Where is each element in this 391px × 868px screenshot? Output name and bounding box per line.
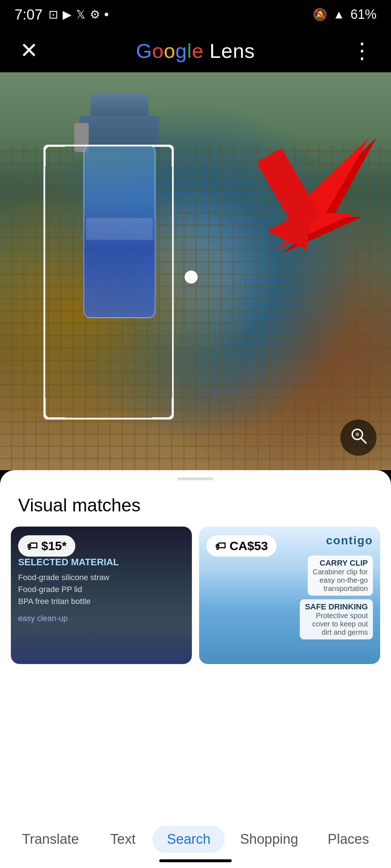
- matches-grid: SELECTED MATERIAL Food-grade silicone st…: [0, 527, 391, 664]
- sheet-handle: [177, 477, 214, 480]
- lens-search-icon: [349, 426, 367, 449]
- google-g2: g: [176, 39, 187, 62]
- lens-word: Lens: [203, 39, 255, 62]
- top-bar: ✕ Google Lens ⋮: [0, 29, 391, 72]
- match-card-1[interactable]: SELECTED MATERIAL Food-grade silicone st…: [11, 527, 192, 664]
- card1-ease: easy clean-up: [18, 613, 119, 624]
- card1-features: Food-grade silicone strawFood-grade PP l…: [18, 571, 119, 607]
- svg-rect-2: [256, 148, 321, 231]
- google-e: e: [192, 39, 203, 62]
- bottom-sheet: Visual matches SELECTED MATERIAL Food-gr…: [0, 470, 391, 868]
- close-button[interactable]: ✕: [14, 36, 43, 65]
- card2-features: CARRY CLIP Carabiner clip foreasy on-the…: [300, 556, 373, 639]
- close-icon: ✕: [20, 40, 38, 61]
- status-bar: 7:07 ⊡ ▶ 𝕏 ⚙ 🔕 ▲ 61%: [0, 0, 391, 29]
- price-tag-icon-2: 🏷: [215, 540, 226, 552]
- status-icons: ⊡ ▶ 𝕏 ⚙: [49, 8, 108, 21]
- card1-top-label: SELECTED MATERIAL: [18, 556, 119, 569]
- card1-description: SELECTED MATERIAL Food-grade silicone st…: [18, 556, 119, 624]
- nav-item-search[interactable]: Search: [152, 826, 225, 853]
- card1-price: $15*: [41, 539, 67, 553]
- nav-label-shopping: Shopping: [240, 831, 298, 847]
- nav-item-places[interactable]: Places: [313, 826, 383, 853]
- card2-feature2-title: SAFE DRINKING: [305, 602, 368, 612]
- more-vert-icon: ⋮: [351, 38, 373, 63]
- red-arrow-indicator: [224, 137, 377, 253]
- battery-level: 61%: [350, 7, 377, 22]
- status-time: 7:07: [14, 7, 43, 23]
- selection-corner-br: [152, 398, 174, 420]
- card2-feature1-desc: Carabiner clip foreasy on-the-gotranspor…: [313, 568, 368, 593]
- settings-icon: ⚙: [90, 8, 100, 21]
- price-tag-icon: 🏷: [27, 540, 38, 552]
- lens-search-button[interactable]: [340, 420, 377, 456]
- selection-box[interactable]: [43, 145, 174, 420]
- wifi-icon: ▲: [333, 8, 345, 21]
- card2-feature1-title: CARRY CLIP: [313, 558, 368, 568]
- home-indicator: [159, 859, 232, 862]
- google-o1: o: [152, 39, 164, 62]
- nav-item-shopping[interactable]: Shopping: [226, 826, 313, 853]
- selection-corner-tr: [152, 145, 174, 166]
- visual-matches-title: Visual matches: [0, 480, 391, 527]
- mute-icon: 🔕: [313, 8, 327, 21]
- card2-feature2-desc: Protective spoutcover to keep outdirt an…: [305, 612, 368, 637]
- camera-area[interactable]: [0, 72, 391, 470]
- svg-line-5: [361, 438, 366, 443]
- google-g: G: [136, 39, 152, 62]
- card2-price: CA$53: [230, 539, 268, 553]
- contigo-brand-logo: contigo: [326, 534, 373, 547]
- card1-price-tag: 🏷 $15*: [18, 535, 75, 557]
- card2-price-tag: 🏷 CA$53: [206, 535, 277, 557]
- google-l: l: [187, 39, 192, 62]
- app-title: Google Lens: [136, 39, 255, 63]
- nav-label-search: Search: [167, 831, 210, 847]
- selection-corner-bl: [43, 398, 65, 420]
- card2-feature1: CARRY CLIP Carabiner clip foreasy on-the…: [308, 556, 373, 596]
- nav-item-translate[interactable]: Translate: [8, 826, 93, 853]
- youtube-icon: ▶: [63, 8, 72, 21]
- status-left: 7:07 ⊡ ▶ 𝕏 ⚙: [14, 7, 108, 23]
- nav-label-translate: Translate: [22, 831, 79, 847]
- selection-corner-tl: [43, 145, 65, 166]
- selection-handle-dot[interactable]: [185, 271, 198, 284]
- nav-item-text[interactable]: Text: [94, 826, 152, 853]
- twitter-icon: 𝕏: [76, 8, 85, 21]
- match-card-2[interactable]: 🏷 CA$53 contigo CARRY CLIP Carabiner cli…: [199, 527, 380, 664]
- status-right: 🔕 ▲ 61%: [313, 7, 377, 22]
- nav-label-places: Places: [328, 831, 369, 847]
- notification-dot: [105, 13, 108, 16]
- google-o2: o: [164, 39, 175, 62]
- photo-app-icon: ⊡: [49, 8, 58, 21]
- menu-button[interactable]: ⋮: [348, 36, 377, 65]
- svg-point-6: [356, 433, 359, 436]
- card2-feature2: SAFE DRINKING Protective spoutcover to k…: [300, 599, 373, 639]
- nav-label-text: Text: [110, 831, 136, 847]
